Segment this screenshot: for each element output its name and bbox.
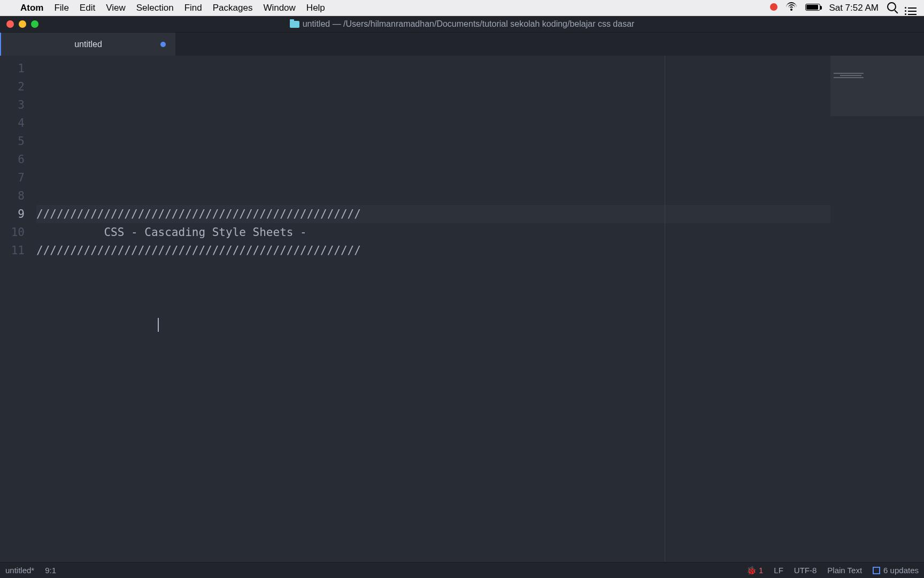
menu-file[interactable]: File: [49, 3, 74, 13]
notification-center-icon[interactable]: [905, 1, 917, 15]
code-line[interactable]: [36, 78, 924, 96]
app-name[interactable]: Atom: [15, 3, 49, 13]
spotlight-search-icon[interactable]: [887, 2, 896, 14]
wifi-icon[interactable]: [786, 2, 797, 13]
menu-packages[interactable]: Packages: [207, 3, 258, 13]
menu-help[interactable]: Help: [301, 3, 330, 13]
menu-window[interactable]: Window: [258, 3, 301, 13]
menu-view[interactable]: View: [101, 3, 131, 13]
tab-bar: untitled: [0, 32, 924, 56]
menubar-clock[interactable]: Sat 7:52 AM: [829, 3, 879, 13]
tab-label: untitled: [74, 40, 102, 49]
folder-icon: [290, 21, 299, 28]
line-number-gutter[interactable]: 1 2 3 4 5 6 7 8 9 10 11: [0, 56, 36, 562]
code-line[interactable]: [36, 114, 924, 132]
battery-icon[interactable]: [805, 3, 820, 13]
recording-indicator-icon[interactable]: [770, 3, 777, 13]
code-line[interactable]: [36, 187, 924, 205]
code-line[interactable]: ////////////////////////////////////////…: [36, 241, 924, 260]
text-cursor: [158, 318, 159, 332]
code-line[interactable]: ////////////////////////////////////////…: [36, 205, 924, 223]
updates-button[interactable]: 6 updates: [873, 566, 919, 575]
window-titlebar: untitled — /Users/hilmanramadhan/Documen…: [0, 16, 924, 32]
window-title: untitled — /Users/hilmanramadhan/Documen…: [303, 19, 635, 29]
status-grammar[interactable]: Plain Text: [827, 566, 862, 575]
code-line[interactable]: [36, 150, 924, 169]
tab-untitled[interactable]: untitled: [0, 33, 175, 56]
editor-window: untitled — /Users/hilmanramadhan/Documen…: [0, 16, 924, 578]
wrap-guide: [665, 56, 665, 562]
diagnostics-button[interactable]: 🐞 1: [746, 566, 764, 575]
code-line[interactable]: [36, 169, 924, 187]
status-bar: untitled* 9:1 🐞 1 LF UTF-8 Plain Text 6 …: [0, 562, 924, 578]
code-line[interactable]: [36, 59, 924, 78]
window-maximize-button[interactable]: [31, 20, 38, 28]
menu-selection[interactable]: Selection: [131, 3, 179, 13]
status-line-ending[interactable]: LF: [774, 566, 783, 575]
macos-menubar: Atom File Edit View Selection Find Packa…: [0, 0, 924, 16]
status-cursor-position[interactable]: 9:1: [45, 566, 56, 575]
menu-edit[interactable]: Edit: [74, 3, 101, 13]
code-content[interactable]: ////////////////////////////////////////…: [36, 56, 924, 562]
code-line[interactable]: CSS - Cascading Style Sheets -: [36, 223, 924, 241]
status-file[interactable]: untitled*: [5, 566, 34, 575]
package-icon: [873, 567, 880, 574]
unsaved-indicator-icon: [160, 42, 166, 47]
window-minimize-button[interactable]: [19, 20, 26, 28]
code-line[interactable]: [36, 96, 924, 114]
window-close-button[interactable]: [6, 20, 14, 28]
minimap-viewport[interactable]: [830, 56, 924, 116]
status-encoding[interactable]: UTF-8: [794, 566, 817, 575]
traffic-lights: [0, 20, 38, 28]
code-line[interactable]: [36, 132, 924, 150]
editor-area[interactable]: 1 2 3 4 5 6 7 8 9 10 11 ////////////////…: [0, 56, 924, 562]
minimap[interactable]: [830, 56, 924, 562]
menu-find[interactable]: Find: [179, 3, 207, 13]
